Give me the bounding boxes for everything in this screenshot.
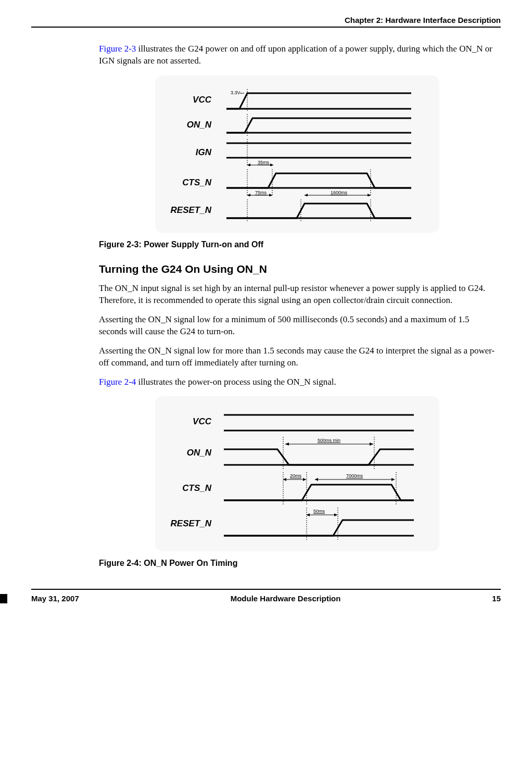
fig2-signal-label-cts-n: CTS_N	[164, 483, 216, 494]
signal-label-reset-n: RESET_N	[164, 205, 216, 216]
svg-marker-28	[370, 443, 373, 446]
signal-label-ign: IGN	[164, 147, 216, 158]
timing-reset-n	[216, 199, 425, 221]
fig2-timing-vcc	[216, 410, 425, 434]
figure-2-4-diagram: VCC ON_N 500ms min	[155, 396, 439, 551]
cts-t2-annotation: 1600ms	[331, 190, 348, 195]
timing-vcc: 3.3V	[216, 89, 425, 111]
cts-t1-annotation: 75ms	[255, 190, 267, 195]
footer-title: Module Hardware Description	[231, 594, 341, 603]
signal-label-vcc: VCC	[164, 95, 216, 105]
chapter-label: Chapter 2: Hardware Interface Descriptio…	[345, 16, 501, 24]
paragraph-p4: Asserting the ON_N signal low for more t…	[99, 345, 496, 369]
figure-2-3-caption: Figure 2-3: Power Supply Turn-on and Off	[99, 240, 496, 249]
page-footer: May 31, 2007 Module Hardware Description…	[31, 589, 501, 603]
footer-date: May 31, 2007	[31, 594, 79, 603]
vcc-level-annotation: 3.3V	[231, 90, 240, 95]
fig2-signal-label-vcc: VCC	[164, 416, 216, 427]
fig2-timing-on-n: 500ms min	[216, 437, 425, 469]
fig2-timing-cts-n: 20ms 7000ms	[216, 472, 425, 504]
paragraph-intro-fig2-text: illustrates the power-on process using t…	[136, 377, 336, 387]
reset-t-annotation: 50ms	[313, 509, 325, 514]
section-heading-on-n: Turning the G24 On Using ON_N	[99, 263, 496, 275]
paragraph-p3: Asserting the ON_N signal low for a mini…	[99, 314, 496, 338]
paragraph-intro-fig1: Figure 2-3 illustrates the G24 power on …	[99, 43, 496, 67]
timing-ign: 35ms	[216, 139, 425, 166]
figure-2-4-caption: Figure 2-4: ON_N Power On Timing	[99, 559, 496, 568]
fig2-timing-reset-n: 50ms	[216, 508, 425, 540]
fig2-signal-label-on-n: ON_N	[164, 448, 216, 458]
fig2-signal-label-reset-n: RESET_N	[164, 519, 216, 529]
signal-label-cts-n: CTS_N	[164, 178, 216, 188]
svg-marker-33	[283, 478, 286, 481]
paragraph-intro-fig2: Figure 2-4 illustrates the power-on proc…	[99, 376, 496, 388]
signal-label-on-n: ON_N	[164, 120, 216, 130]
on-n-min-annotation: 500ms min	[318, 438, 340, 443]
figure-2-4-link[interactable]: Figure 2-4	[99, 377, 136, 387]
paragraph-intro-fig1-text: illustrates the G24 power on and off upo…	[99, 44, 492, 66]
footer-page: 15	[492, 594, 501, 603]
figure-2-3-diagram: VCC 3.3V ON_N	[155, 75, 439, 233]
svg-marker-37	[391, 478, 395, 481]
svg-marker-27	[285, 443, 289, 446]
svg-marker-44	[334, 513, 337, 516]
cts-t2-annotation-2: 7000ms	[346, 473, 363, 478]
figure-2-3-link[interactable]: Figure 2-3	[99, 44, 136, 54]
page-header: Chapter 2: Hardware Interface Descriptio…	[31, 16, 501, 28]
svg-marker-34	[303, 478, 306, 481]
svg-marker-43	[307, 513, 310, 516]
cts-t1-annotation-2: 20ms	[290, 473, 302, 478]
ign-time-annotation: 35ms	[258, 160, 270, 165]
svg-marker-36	[315, 478, 318, 481]
timing-on-n	[216, 114, 425, 136]
paragraph-p2: The ON_N input signal is set high by an …	[99, 283, 496, 307]
timing-cts-n: 75ms 1600ms	[216, 169, 425, 196]
